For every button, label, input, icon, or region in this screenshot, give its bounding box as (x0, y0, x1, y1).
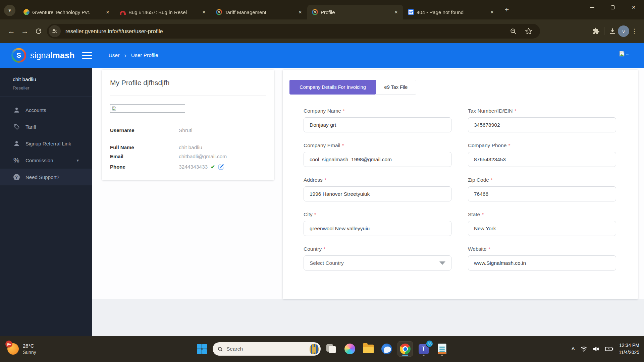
taskbar-search[interactable]: Search (213, 342, 321, 356)
back-button[interactable]: ← (5, 24, 18, 38)
sidebar-item-commission[interactable]: % Commission ▾ (0, 152, 92, 169)
close-button[interactable]: ✕ (623, 0, 644, 15)
required-asterisk: * (515, 108, 517, 114)
sidebar-item-label: Tariff (25, 124, 36, 130)
file-explorer-button[interactable] (361, 341, 376, 357)
signalmash-logo-icon: S (11, 48, 26, 63)
chrome-button[interactable] (397, 341, 413, 357)
tab-title: Tariff Management (225, 9, 294, 15)
start-button[interactable] (194, 341, 210, 357)
tab-company-details[interactable]: Company Details For Invoicing (289, 80, 376, 95)
company-details-card: Company Details For Invoicing e9 Tax Fil… (283, 70, 638, 299)
edit-icon (218, 164, 224, 170)
taskbar-center: Search T 35 (194, 336, 450, 362)
site-info-button[interactable] (49, 25, 61, 37)
thunderbird-button[interactable] (379, 341, 394, 357)
city-input[interactable] (304, 221, 451, 236)
browser-profile-avatar[interactable]: v (618, 25, 629, 37)
copilot-button[interactable] (342, 341, 358, 357)
company-phone-input[interactable] (468, 152, 616, 167)
forward-button[interactable]: → (18, 24, 32, 38)
bookmark-button[interactable] (523, 26, 534, 37)
task-view-button[interactable] (324, 341, 339, 357)
tab-gventure[interactable]: GVenture Technology Pvt. ✕ (19, 5, 115, 19)
sidebar-item-signup-referral-link[interactable]: Signup Referral Link (0, 135, 92, 152)
tray-expand-button[interactable]: ^ (572, 346, 575, 353)
url-text[interactable]: reseller.gventure.info/#/user/user-profi… (65, 28, 508, 35)
zoom-button[interactable] (508, 26, 519, 37)
tab-close-icon[interactable]: ✕ (488, 8, 496, 16)
row-label: Username (110, 127, 179, 133)
website-input[interactable] (468, 255, 616, 270)
required-asterisk: * (482, 212, 484, 217)
brand-name: signalmash (30, 51, 75, 60)
field-tax-number: Tax Number/ID/EIN* (468, 108, 616, 132)
form-grid: Company Name* Tax Number/ID/EIN* Company… (283, 95, 638, 281)
minimize-button[interactable] (582, 0, 602, 15)
breadcrumb-page: User Profile (131, 52, 158, 58)
tab-e9-tax-file[interactable]: e9 Tax File (376, 80, 416, 95)
row-label: Full Name (110, 144, 179, 150)
sidebar-item-accounts[interactable]: Accounts (0, 102, 92, 118)
maximize-button[interactable] (602, 0, 623, 15)
field-country: Country* Select Country (304, 246, 451, 270)
tab-profile-active[interactable]: S Profile ✕ (307, 5, 403, 19)
address-input[interactable] (304, 186, 451, 201)
extensions-button[interactable] (591, 26, 601, 37)
browser-menu-button[interactable]: ⋮ (629, 27, 639, 35)
tab-close-icon[interactable]: ✕ (392, 8, 400, 16)
notepad-button[interactable] (434, 341, 450, 357)
battery-button[interactable] (605, 347, 613, 351)
tab-404[interactable]: W 404 - Page not found ✕ (403, 5, 499, 19)
toolbar-separator (604, 27, 604, 35)
sidebar-toggle-button[interactable] (82, 52, 92, 59)
teams-button[interactable]: T 35 (416, 341, 431, 357)
chrome-icon (400, 344, 411, 354)
signalmash-favicon-icon: S (216, 9, 222, 15)
taskbar: 9+ 28°C Sunny Search (0, 336, 644, 362)
row-value: chit badliu (179, 144, 202, 150)
zip-code-input[interactable] (468, 186, 616, 201)
task-view-icon (326, 344, 336, 354)
select-caret-icon (439, 261, 445, 265)
new-tab-button[interactable]: + (502, 5, 512, 15)
tab-bug[interactable]: Bug #14657: Bug in Resel ✕ (115, 5, 211, 19)
state-input[interactable] (468, 221, 616, 236)
breadcrumb-section[interactable]: User (109, 52, 120, 58)
browser-toolbar: ← → reseller.gventure.info/#/user/user-p… (0, 19, 644, 43)
tax-number-input[interactable] (468, 117, 616, 132)
profile-row-email: Email chitbadli@gmail.com (110, 154, 266, 160)
tab-search-button[interactable]: ▾ (4, 5, 15, 16)
taskbar-clock[interactable]: 12:34 PM 11/4/2025 (619, 342, 639, 356)
wifi-button[interactable] (580, 346, 587, 352)
sidebar-user-role: Reseller (13, 85, 92, 90)
company-email-input[interactable] (304, 152, 451, 167)
ellipsis: ... (626, 51, 629, 56)
edit-phone-button[interactable] (218, 164, 224, 170)
profile-title: My Profile djfhsdjfh (110, 70, 266, 96)
field-state: State* (468, 212, 616, 236)
field-label: Company Phone (468, 142, 506, 148)
address-bar[interactable]: reseller.gventure.info/#/user/user-profi… (47, 24, 540, 39)
field-zip-code: Zip Code* (468, 177, 616, 201)
page-content: My Profile djfhsdjfh Username Shruti Ful… (92, 68, 644, 336)
header-avatar[interactable]: ... (619, 50, 629, 57)
field-company-name: Company Name* (304, 108, 451, 132)
sidebar-item-tariff[interactable]: Tariff (0, 118, 92, 135)
volume-button[interactable] (593, 346, 600, 352)
tab-tariff-management[interactable]: S Tariff Management ✕ (211, 5, 307, 19)
tab-close-icon[interactable]: ✕ (104, 8, 111, 16)
downloads-button[interactable] (607, 26, 618, 37)
company-name-input[interactable] (304, 117, 451, 132)
sidebar: chit badliu Reseller Accounts Tariff (0, 68, 92, 336)
sidebar-item-need-support[interactable]: ? Need Support? (0, 169, 92, 185)
country-select[interactable]: Select Country (304, 255, 451, 270)
required-asterisk: * (314, 212, 316, 217)
tab-close-icon[interactable]: ✕ (200, 8, 208, 16)
close-icon: ✕ (632, 4, 636, 10)
reload-button[interactable] (32, 24, 45, 38)
maximize-icon (611, 5, 615, 9)
weather-widget[interactable]: 9+ 28°C Sunny (7, 336, 36, 362)
tab-close-icon[interactable]: ✕ (297, 8, 304, 16)
app-header: S signalmash User › User Profile ... (0, 43, 644, 68)
